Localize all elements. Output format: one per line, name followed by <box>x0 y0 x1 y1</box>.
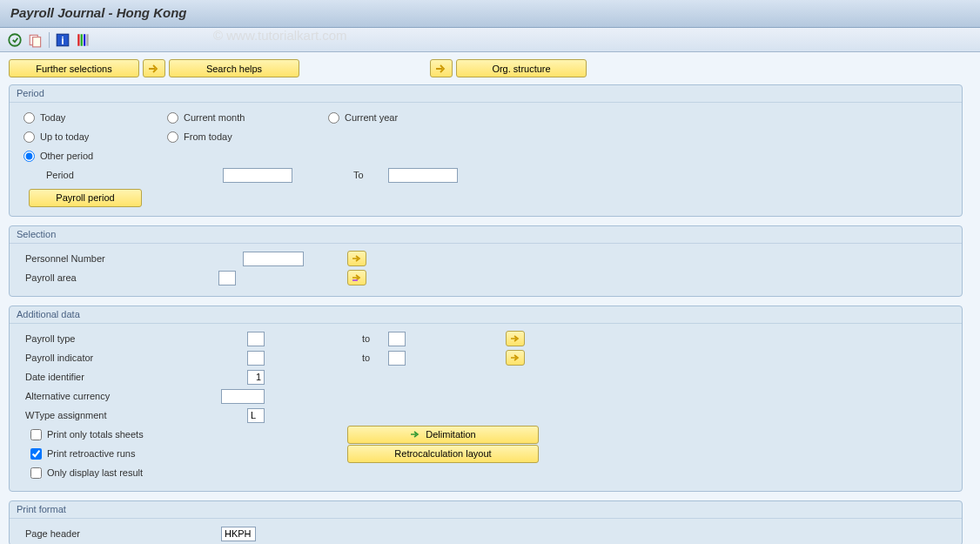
other-period-radio[interactable] <box>23 151 35 162</box>
other-period-label: Other period <box>40 151 93 161</box>
svg-rect-2 <box>33 37 41 46</box>
print-format-title: Print format <box>10 501 962 519</box>
payroll-period-button[interactable]: Payroll period <box>29 189 142 207</box>
current-year-label: Current year <box>345 112 398 123</box>
selection-group: Selection Personnel Number Payroll area <box>9 225 963 297</box>
payroll-indicator-label: Payroll indicator <box>18 353 247 363</box>
personnel-number-input[interactable] <box>243 252 304 266</box>
page-title: Payroll Journal - Hong Kong <box>10 5 970 20</box>
arrow-button-1[interactable] <box>143 59 165 77</box>
date-identifier-input[interactable] <box>247 370 265 385</box>
svg-rect-7 <box>84 34 85 46</box>
svg-rect-8 <box>86 34 88 46</box>
payroll-indicator-to-input[interactable] <box>388 351 406 366</box>
from-today-radio[interactable] <box>167 131 178 143</box>
today-label: Today <box>40 112 65 123</box>
print-retro-checkbox[interactable] <box>30 448 42 460</box>
payroll-type-to-input[interactable] <box>388 332 406 346</box>
print-retro-label: Print retroactive runs <box>47 448 347 459</box>
period-group-title: Period <box>10 85 962 103</box>
delimitation-button-label: Delimitation <box>426 429 475 440</box>
from-today-label: From today <box>184 131 232 142</box>
watermark: © www.tutorialkart.com <box>213 28 347 43</box>
payroll-type-label: Payroll type <box>18 333 247 344</box>
date-identifier-label: Date identifier <box>18 372 247 382</box>
payroll-indicator-to-label: to <box>362 353 388 363</box>
current-month-label: Current month <box>184 112 245 123</box>
period-label: Period <box>18 170 223 180</box>
personnel-number-label: Personnel Number <box>18 253 243 264</box>
print-only-totals-checkbox[interactable] <box>30 429 42 440</box>
period-from-input[interactable] <box>223 168 292 183</box>
toolbar: i © www.tutorialkart.com <box>0 28 980 52</box>
help-icon[interactable]: i <box>55 32 70 48</box>
up-to-today-label: Up to today <box>40 131 89 142</box>
only-display-last-checkbox[interactable] <box>30 467 42 479</box>
title-bar: Payroll Journal - Hong Kong <box>0 0 980 28</box>
additional-data-title: Additional data <box>10 306 962 324</box>
svg-rect-5 <box>77 34 79 46</box>
alternative-currency-input[interactable] <box>221 389 265 404</box>
payroll-area-multiselect-button[interactable] <box>347 270 366 285</box>
page-header-label: Page header <box>18 528 221 539</box>
selection-group-title: Selection <box>10 226 962 244</box>
arrow-button-2[interactable] <box>430 59 453 77</box>
current-month-radio[interactable] <box>167 112 178 124</box>
content-area: Further selections Search helps Org. str… <box>0 52 980 544</box>
payroll-area-label: Payroll area <box>18 272 218 283</box>
today-radio[interactable] <box>23 112 35 124</box>
page-header-input[interactable] <box>221 527 256 541</box>
toolbar-divider <box>49 32 50 48</box>
period-to-input[interactable] <box>388 168 458 183</box>
up-to-today-radio[interactable] <box>23 131 35 143</box>
period-group: Period Today Current month Current year … <box>9 84 963 217</box>
period-to-label: To <box>353 170 388 180</box>
top-button-row: Further selections Search helps Org. str… <box>9 59 971 77</box>
search-helps-button[interactable]: Search helps <box>169 59 299 77</box>
alternative-currency-label: Alternative currency <box>18 391 221 401</box>
payroll-type-multiselect-button[interactable] <box>506 331 525 346</box>
svg-text:i: i <box>61 34 64 46</box>
wtype-assignment-input[interactable] <box>247 408 265 423</box>
svg-rect-9 <box>352 279 358 281</box>
further-selections-button[interactable]: Further selections <box>9 59 139 77</box>
current-year-radio[interactable] <box>328 112 339 124</box>
payroll-indicator-from-input[interactable] <box>247 351 265 366</box>
org-structure-button[interactable]: Org. structure <box>456 59 587 77</box>
only-display-last-label: Only display last result <box>47 467 143 478</box>
personnel-multiselect-button[interactable] <box>347 251 366 266</box>
payroll-type-to-label: to <box>362 333 388 344</box>
svg-rect-6 <box>81 34 83 46</box>
payroll-area-input[interactable] <box>218 271 236 285</box>
print-only-totals-label: Print only totals sheets <box>47 429 347 440</box>
variant-icon[interactable] <box>28 32 44 48</box>
list-icon[interactable] <box>76 32 91 48</box>
print-format-group: Print format Page header <box>9 500 963 544</box>
wtype-assignment-label: WType assignment <box>18 410 247 420</box>
additional-data-group: Additional data Payroll type to Payroll … <box>9 306 963 492</box>
execute-icon[interactable] <box>7 32 23 48</box>
retro-layout-button[interactable]: Retrocalculation layout <box>347 445 539 463</box>
payroll-indicator-multiselect-button[interactable] <box>506 350 525 366</box>
payroll-type-from-input[interactable] <box>247 332 265 346</box>
delimitation-button[interactable]: Delimitation <box>347 426 539 444</box>
retro-layout-button-label: Retrocalculation layout <box>394 448 491 459</box>
svg-point-0 <box>9 34 21 46</box>
